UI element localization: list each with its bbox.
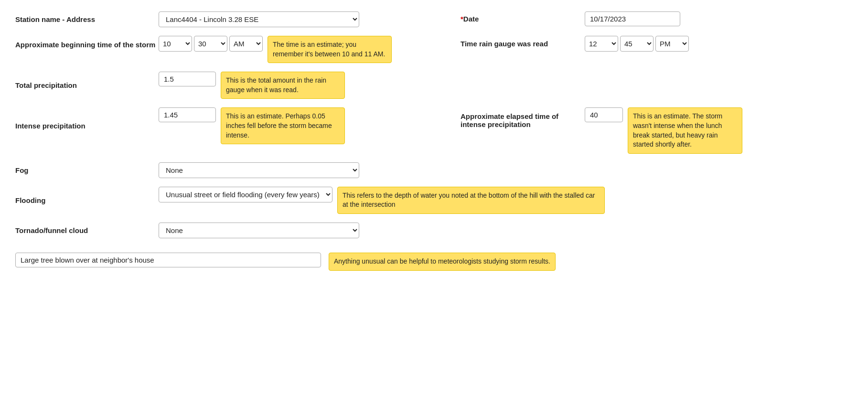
intense-precip-row: Intense precipitation This is an estimat…: [15, 107, 853, 153]
elapsed-time-right: Approximate elapsed time of intense prec…: [445, 107, 853, 153]
rain-gauge-time-content: 12 45 PM: [585, 36, 853, 52]
date-content: [585, 11, 853, 26]
flooding-row: Flooding Unusual street or field floodin…: [15, 187, 853, 214]
station-date-row: Station name - Address Lanc4404 - Lincol…: [15, 11, 853, 27]
flooding-tooltip: This refers to the depth of water you no…: [337, 187, 605, 214]
date-input[interactable]: [585, 11, 680, 26]
fog-content: None: [159, 162, 445, 178]
flooding-select[interactable]: Unusual street or field flooding (every …: [159, 187, 332, 202]
intense-precip-label: Intense precipitation: [15, 122, 159, 130]
beginning-time-label: Approximate beginning time of the storm: [15, 36, 159, 49]
station-left: Station name - Address Lanc4404 - Lincol…: [15, 11, 445, 27]
beginning-hour-select[interactable]: 10: [159, 36, 192, 52]
tornado-left: Tornado/funnel cloud None: [15, 223, 445, 238]
rain-gauge-time-right: Time rain gauge was read 12 45 PM: [445, 36, 853, 52]
station-label: Station name - Address: [15, 15, 159, 23]
fog-row: Fog None: [15, 162, 853, 178]
total-precip-label: Total precipitation: [15, 81, 159, 89]
tornado-label: Tornado/funnel cloud: [15, 226, 159, 234]
rain-gauge-ampm-select[interactable]: PM: [655, 36, 689, 52]
beginning-time-tooltip: The time is an estimate; you remember it…: [268, 36, 392, 63]
tornado-row: Tornado/funnel cloud None: [15, 223, 853, 238]
notes-row: Anything unusual can be helpful to meteo…: [15, 253, 853, 271]
time-row: Approximate beginning time of the storm …: [15, 36, 853, 63]
total-precip-left: Total precipitation This is the total am…: [15, 72, 445, 99]
elapsed-time-input[interactable]: [585, 107, 623, 122]
intense-precip-content: This is an estimate. Perhaps 0.05 inches…: [159, 107, 445, 144]
tornado-select[interactable]: None: [159, 223, 359, 238]
fog-left: Fog None: [15, 162, 445, 178]
beginning-time-left: Approximate beginning time of the storm …: [15, 36, 445, 63]
beginning-minute-select[interactable]: 30: [194, 36, 227, 52]
notes-tooltip: Anything unusual can be helpful to meteo…: [329, 253, 556, 271]
elapsed-time-tooltip: This is an estimate. The storm wasn't in…: [628, 107, 742, 153]
rain-gauge-minute-select[interactable]: 45: [620, 36, 654, 52]
flooding-label: Flooding: [15, 196, 159, 204]
date-label-text: Date: [463, 15, 479, 23]
fog-select[interactable]: None: [159, 162, 359, 178]
form-container: Station name - Address Lanc4404 - Lincol…: [15, 11, 853, 271]
date-right: *Date: [445, 11, 853, 26]
total-precip-row: Total precipitation This is the total am…: [15, 72, 853, 99]
intense-precip-tooltip: This is an estimate. Perhaps 0.05 inches…: [221, 107, 345, 144]
date-label: *Date: [461, 15, 585, 23]
station-content: Lanc4404 - Lincoln 3.28 ESE: [159, 11, 445, 27]
intense-precip-left: Intense precipitation This is an estimat…: [15, 107, 445, 144]
tornado-content: None: [159, 223, 445, 238]
notes-input[interactable]: [15, 253, 321, 267]
total-precip-content: This is the total amount in the rain gau…: [159, 72, 445, 99]
station-select[interactable]: Lanc4404 - Lincoln 3.28 ESE: [159, 11, 359, 27]
flooding-left: Flooding Unusual street or field floodin…: [15, 187, 445, 214]
rain-gauge-time-selects: 12 45 PM: [585, 36, 689, 52]
total-precip-tooltip: This is the total amount in the rain gau…: [221, 72, 345, 99]
beginning-time-content: 10 30 AM The time is an estimate; you re…: [159, 36, 445, 63]
beginning-time-selects: 10 30 AM: [159, 36, 263, 52]
elapsed-time-label: Approximate elapsed time of intense prec…: [461, 107, 585, 128]
elapsed-time-content: This is an estimate. The storm wasn't in…: [585, 107, 853, 153]
rain-gauge-time-label: Time rain gauge was read: [461, 40, 585, 48]
rain-gauge-hour-select[interactable]: 12: [585, 36, 618, 52]
intense-precip-input[interactable]: [159, 107, 216, 122]
fog-label: Fog: [15, 166, 159, 174]
flooding-content: Unusual street or field flooding (every …: [159, 187, 445, 214]
beginning-ampm-select[interactable]: AM: [229, 36, 263, 52]
total-precip-input[interactable]: [159, 72, 216, 86]
